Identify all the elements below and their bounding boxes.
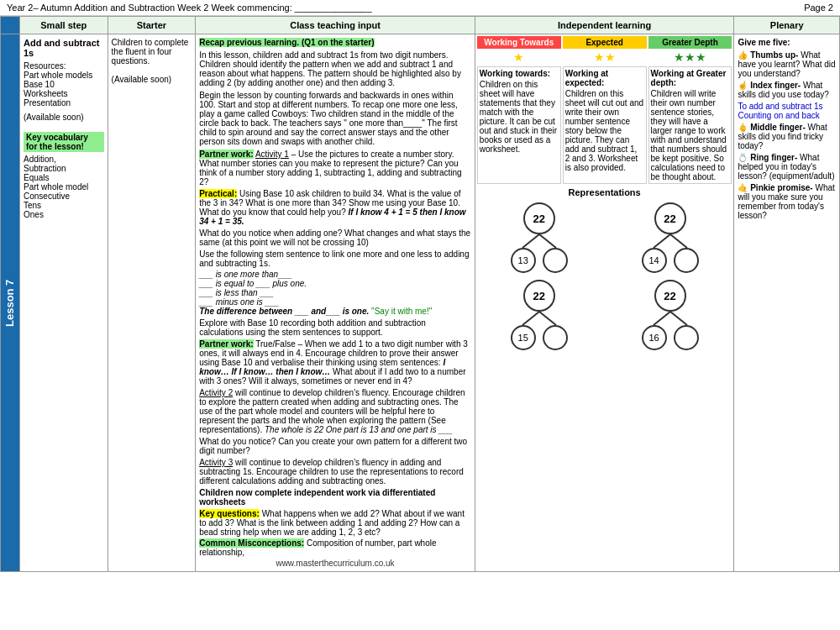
small-step-header: Small step	[20, 17, 108, 34]
plenary-cell: Give me five: 👍 Thumbs up- What have you…	[734, 34, 840, 572]
part-whole-grid: 22 13 22 14	[477, 202, 732, 350]
small-step-title: Add and subtract 1s	[24, 38, 104, 58]
starter-cell: Children to complete the fluent in four …	[108, 34, 196, 572]
index-icon: ☝	[738, 81, 748, 90]
working-towards-header: Working Towards	[477, 36, 561, 49]
svg-line-0	[522, 234, 539, 248]
wt-content: Working towards: Children on this sheet …	[477, 66, 561, 184]
part-whole-3: 22 15	[511, 280, 568, 350]
gd-heading: Working at Greater depth:	[651, 69, 730, 87]
partner-2-label: Partner work:	[199, 339, 253, 349]
svg-line-5	[539, 312, 556, 325]
lesson-number: Lesson 7	[3, 279, 15, 326]
part-whole-1: 22 13	[511, 202, 568, 273]
notice-2: What do you notice? Can you create your …	[199, 437, 471, 455]
part-whole-2: 22 14	[642, 202, 699, 273]
notice-text: What do you notice when adding one? What…	[199, 228, 471, 247]
available-text: (Available soon)	[24, 113, 104, 122]
exp-heading: Working at expected:	[565, 69, 644, 87]
representations-title: Representations	[477, 187, 732, 197]
svg-line-2	[654, 234, 670, 248]
thumb-icon: 👍	[738, 50, 748, 60]
activity-3-label: Activity 3	[199, 458, 233, 467]
activity-1-label: Activity 1	[255, 150, 289, 159]
stem-a: ___ is one more than___	[199, 270, 471, 279]
plenary-header: Plenary	[734, 17, 840, 34]
exp-content: Working at expected: Children on this sh…	[563, 66, 647, 184]
pw3-lines	[514, 312, 564, 325]
practical-label: Practical:	[199, 189, 237, 198]
part-whole-4: 22 16	[642, 280, 699, 350]
stem-d: ___ minus one is ___	[199, 297, 471, 307]
pw4-lines	[645, 312, 696, 325]
misconceptions-label: Common Misconceptions:	[199, 538, 304, 548]
middle-icon: 🖕	[738, 123, 748, 132]
pw2-lines	[645, 234, 696, 248]
svg-line-1	[539, 234, 556, 248]
middle-label: Middle finger-	[750, 123, 806, 132]
stem-e: The difference between ___ and___ is one…	[199, 307, 369, 316]
plenary-item-1: 👍 Thumbs up- What have you learnt? What …	[738, 50, 836, 78]
wt-heading: Working towards:	[480, 69, 559, 78]
main-row: Lesson 7 Add and subtract 1s Resources: …	[1, 34, 840, 572]
recap-label: Recap previous learning. (Q1 on the star…	[199, 38, 374, 47]
thumbs-label: Thumbs up-	[750, 50, 798, 60]
activity-3-text: will continue to develop children's flue…	[199, 458, 464, 486]
svg-line-7	[670, 312, 687, 325]
class-teaching-header: Class teaching input	[196, 17, 475, 34]
lesson-number-cell: Lesson 7	[1, 34, 20, 572]
svg-line-6	[654, 312, 670, 325]
ring-label: Ring finger-	[750, 153, 797, 162]
exp-text: Children on this sheet will cut out and …	[565, 89, 644, 172]
main-table: Small step Starter Class teaching input …	[0, 16, 840, 572]
wt-stars: ★	[477, 50, 561, 64]
partner-1-label: Partner work:	[199, 150, 253, 159]
gd-stars: ★★★	[648, 50, 732, 64]
independent-header: Independent learning	[475, 17, 734, 34]
gd-content: Working at Greater depth: Children will …	[648, 66, 732, 184]
lesson-col-header	[1, 17, 20, 34]
column-header-row: Small step Starter Class teaching input …	[1, 17, 840, 34]
pinkie-icon: 🤙	[738, 183, 748, 192]
main-text-2: Begin the lesson by counting forwards an…	[199, 91, 471, 146]
exp-stars: ★★	[563, 50, 647, 64]
plenary-links: To add and subtract 1s Counting on and b…	[738, 102, 836, 120]
counting-link: Counting on and back	[738, 111, 819, 120]
page-number: Page 2	[804, 3, 833, 13]
index-label: Index finger-	[750, 81, 801, 90]
vocab-list: Addition, Subtraction Equals Part whole …	[24, 155, 104, 219]
activity-2-label: Activity 2	[199, 388, 233, 397]
expected-header: Expected	[563, 36, 647, 49]
svg-line-3	[670, 234, 687, 248]
small-step-cell: Add and subtract 1s Resources: Part whol…	[20, 34, 108, 572]
stem-b: ___ is equal to ___ plus one.	[199, 279, 471, 288]
key-vocab-label: Key vocabulary for the lesson!	[24, 132, 104, 152]
page-header: Year 2– Autumn Addition and Subtraction …	[0, 0, 840, 16]
svg-line-4	[522, 312, 539, 325]
header-title: Year 2– Autumn Addition and Subtraction …	[7, 3, 372, 13]
plenary-item-2: ☝ Index finger- What skills did you use …	[738, 81, 836, 99]
main-text-1: In this lesson, children add and subtrac…	[199, 50, 471, 87]
ring-icon: 💍	[738, 153, 748, 162]
footer-link: www.masterthecurriculum.co.uk	[199, 559, 471, 568]
add-sub-link: To add and subtract 1s	[738, 102, 822, 111]
pw1-lines	[514, 234, 564, 248]
say-it: "Say it with me!"	[371, 307, 432, 316]
class-teaching-cell: Recap previous learning. (Q1 on the star…	[196, 34, 475, 572]
starter-text: Children to complete the fluent in four …	[112, 38, 189, 84]
wt-text: Children on this sheet will have stateme…	[480, 80, 559, 154]
plenary-item-5: 🤙 Pinkie promise- What will you make sur…	[738, 183, 836, 220]
stem-intro: Use the following stem sentence to link …	[199, 249, 471, 268]
key-q-label: Key questions:	[199, 509, 260, 518]
plenary-item-4: 💍 Ring finger- What helped you in today'…	[738, 153, 836, 181]
page-wrapper: Year 2– Autumn Addition and Subtraction …	[0, 0, 840, 630]
stem-c: ___ is less than ___	[199, 288, 471, 297]
whole-22: The whole is 22 One part is 13 and one p…	[265, 425, 453, 434]
resources-text: Resources: Part whole models Base 10 Wor…	[24, 61, 104, 108]
starter-header: Starter	[108, 17, 196, 34]
plenary-title: Give me five:	[738, 38, 836, 47]
explore-text: Explore with Base 10 recording both addi…	[199, 318, 471, 337]
pinkie-label: Pinkie promise-	[750, 183, 812, 192]
greater-depth-header: Greater Depth	[648, 36, 732, 49]
plenary-item-3: 🖕 Middle finger- What skills did you fin…	[738, 123, 836, 150]
